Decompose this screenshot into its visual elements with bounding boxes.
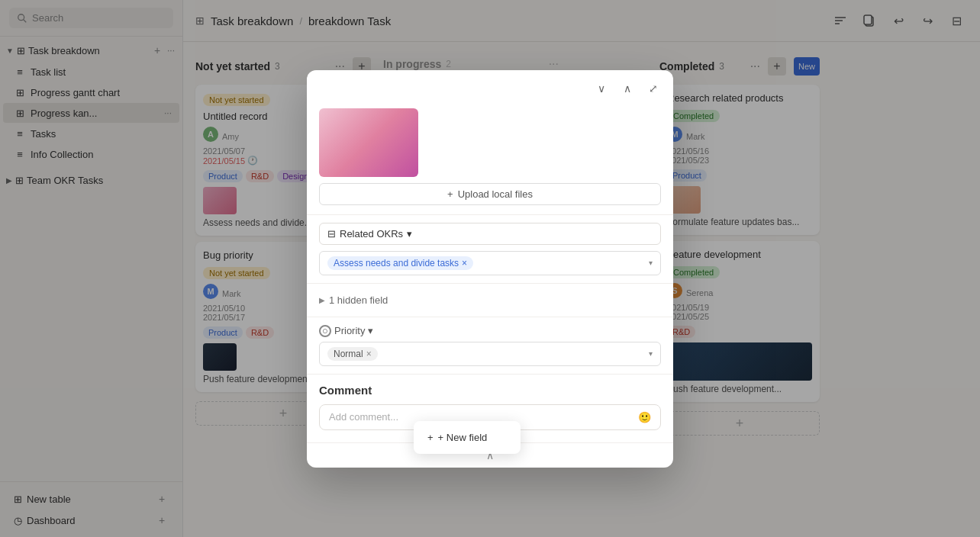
priority-value: Normal (334, 349, 363, 359)
priority-tag: Normal × (327, 347, 378, 361)
okr-select[interactable]: Assess needs and divide tasks × ▾ (319, 251, 661, 275)
modal-image-section: + Upload local files (307, 99, 673, 214)
record-modal: ∨ ∧ ⤢ + Upload local files ⊟ Related OKR… (307, 70, 673, 468)
new-field-button[interactable]: + + New field (418, 426, 516, 449)
chevron-right-icon: ▶ (319, 296, 325, 304)
hidden-field-count: 1 hidden field (329, 294, 388, 306)
modal-image (319, 108, 418, 177)
upload-label: Upload local files (458, 188, 533, 200)
modal-hidden-fields-section: ▶ 1 hidden field (307, 283, 673, 317)
priority-label[interactable]: ○ Priority ▾ (319, 325, 661, 337)
priority-icon: ○ (319, 325, 331, 337)
priority-dropdown-chevron: ▾ (649, 349, 653, 358)
priority-text: Priority (334, 325, 365, 336)
priority-dropdown-icon: ▾ (368, 325, 373, 336)
comment-title: Comment (319, 384, 661, 397)
priority-select[interactable]: Normal × ▾ (319, 342, 661, 366)
related-okrs-label: Related OKRs (340, 228, 403, 240)
modal-controls: ∨ ∧ ⤢ (307, 70, 673, 99)
new-field-dropdown: + + New field (414, 421, 521, 454)
plus-icon: + (427, 432, 434, 443)
emoji-button[interactable]: 🙂 (638, 411, 651, 423)
modal-image-placeholder (319, 108, 418, 177)
modal-okr-section: ⊟ Related OKRs ▾ Assess needs and divide… (307, 214, 673, 283)
hidden-fields-toggle[interactable]: ▶ 1 hidden field (319, 291, 661, 309)
upload-button[interactable]: + Upload local files (319, 183, 661, 205)
modal-priority-section: ○ Priority ▾ Normal × ▾ (307, 317, 673, 374)
dropdown-chevron-icon: ▾ (407, 228, 412, 240)
okr-tag: Assess needs and divide tasks × (327, 256, 473, 270)
link-icon: ⊟ (327, 228, 336, 240)
okr-tag-remove[interactable]: × (462, 258, 467, 268)
okr-value: Assess needs and divide tasks (334, 258, 459, 268)
new-field-label: + New field (438, 432, 488, 443)
modal-next-button[interactable]: ∧ (617, 78, 638, 99)
modal-prev-button[interactable]: ∨ (591, 78, 612, 99)
upload-icon: + (447, 188, 453, 200)
modal-expand-button[interactable]: ⤢ (643, 78, 664, 99)
modal-overlay[interactable]: ∨ ∧ ⤢ + Upload local files ⊟ Related OKR… (0, 0, 980, 537)
priority-tag-remove[interactable]: × (366, 349, 372, 359)
okr-dropdown-arrow: ▾ (649, 259, 653, 267)
related-okrs-button[interactable]: ⊟ Related OKRs ▾ (319, 223, 661, 245)
